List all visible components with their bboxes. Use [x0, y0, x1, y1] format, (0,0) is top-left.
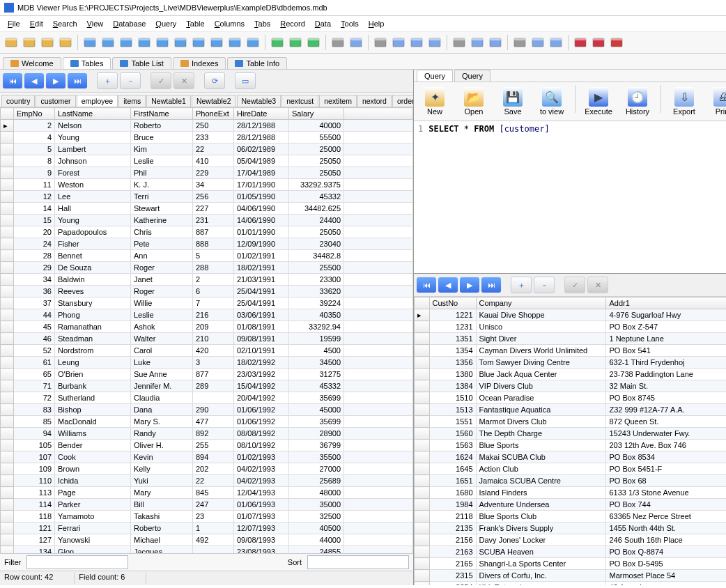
table-row[interactable]: 1563Blue Sports203 12th Ave. Box 746 — [415, 440, 727, 451]
filter-input[interactable] — [26, 555, 128, 569]
table-row[interactable]: 134GlonJacques23/08/199324855 — [1, 546, 413, 554]
table-row[interactable]: 2156Davy Jones' Locker246 South 16th Pla… — [415, 534, 727, 546]
table-row[interactable]: 5LambertKim2206/02/198925000 — [1, 144, 413, 155]
table-row[interactable]: 1354Cayman Divers World UnlimitedPO Box … — [415, 345, 727, 357]
query-new-button[interactable]: ✦New — [417, 85, 453, 118]
col-hiredate[interactable]: HireDate — [234, 108, 289, 120]
col-salary[interactable]: Salary — [289, 108, 344, 120]
add-record-button[interactable]: ＋ — [97, 72, 118, 89]
sql-editor[interactable]: 1SELECT * FROM [customer] — [414, 121, 726, 274]
tab-tables[interactable]: Tables — [63, 57, 111, 69]
toolbar-button-21[interactable] — [408, 34, 425, 51]
menu-tabs[interactable]: Tabs — [249, 18, 275, 29]
menu-view[interactable]: View — [82, 18, 109, 29]
menu-database[interactable]: Database — [108, 18, 150, 29]
table-row[interactable]: 1624Makai SCUBA ClubPO Box 8534 — [415, 451, 727, 463]
query-execute-button[interactable]: ▶Execute — [580, 85, 617, 118]
table-row[interactable]: 118YamamotoTakashi2301/07/199332500 — [1, 511, 413, 523]
toolbar-button-5[interactable] — [100, 34, 116, 51]
table-row[interactable]: 1384VIP Divers Club32 Main St. — [415, 380, 727, 392]
table-tab-country[interactable]: country — [1, 95, 35, 107]
table-row[interactable]: 83BishopDana29001/06/199245000 — [1, 404, 413, 416]
table-row[interactable]: 14HallStewart22704/06/199034482.625 — [1, 203, 413, 215]
table-row[interactable]: 2354Kirk Enterprises42 Aqua Lane — [415, 582, 727, 586]
toolbar-button-31[interactable] — [608, 34, 625, 51]
query-print-button[interactable]: 🖨Print — [705, 85, 726, 118]
table-row[interactable]: 105BenderOliver H.25508/10/199236799 — [1, 440, 413, 451]
menu-file[interactable]: File — [3, 18, 25, 29]
query-save-button[interactable]: 💾Save — [495, 85, 531, 118]
menu-help[interactable]: Help — [364, 18, 389, 29]
table-row[interactable]: ▸1221Kauai Dive Shoppe4-976 Sugarloaf Hw… — [415, 309, 727, 321]
table-row[interactable]: 110IchidaYuki2204/02/199325689 — [1, 475, 413, 487]
refresh-button[interactable]: ⟳ — [204, 72, 225, 89]
toolbar-button-6[interactable] — [118, 34, 134, 51]
menu-tools[interactable]: Tools — [336, 18, 364, 29]
table-tab-newtable2[interactable]: Newtable2 — [192, 95, 236, 107]
toolbar-button-19[interactable] — [372, 34, 389, 51]
menu-table[interactable]: Table — [181, 18, 209, 29]
table-row[interactable]: 52NordstromCarol42002/10/19914500 — [1, 345, 413, 357]
table-row[interactable]: 20PapadopoulosChris88701/01/199025050 — [1, 226, 413, 238]
menu-data[interactable]: Data — [310, 18, 336, 29]
table-row[interactable]: 94WilliamsRandy89208/08/199228900 — [1, 428, 413, 440]
table-row[interactable]: 4YoungBruce23328/12/198855500 — [1, 132, 413, 144]
q-next-record-button[interactable]: ▶ — [460, 277, 479, 293]
table-row[interactable]: 1351Sight Diver1 Neptune Lane — [415, 333, 727, 345]
query-history-button[interactable]: 🕘History — [619, 85, 656, 118]
query-tab-0[interactable]: Query — [417, 70, 453, 82]
menu-columns[interactable]: Columns — [210, 18, 249, 29]
toolbar-button-30[interactable] — [590, 34, 607, 51]
toolbar-button-23[interactable] — [451, 34, 468, 51]
menu-record[interactable]: Record — [275, 18, 309, 29]
toolbar-button-11[interactable] — [208, 34, 225, 51]
table-tab-newtable3[interactable]: Newtable3 — [237, 95, 281, 107]
query-open-button[interactable]: 📂Open — [456, 85, 492, 118]
toolbar-button-18[interactable] — [348, 34, 364, 51]
table-tab-items[interactable]: items — [118, 95, 146, 107]
cancel-edit-button[interactable]: ✕ — [173, 72, 194, 89]
table-row[interactable]: 2165Shangri-La Sports CenterPO Box D-549… — [415, 558, 727, 570]
table-row[interactable]: 127YanowskiMichael49209/08/199344000 — [1, 534, 413, 546]
table-row[interactable]: 65O'BrienSue Anne87723/03/199231275 — [1, 369, 413, 380]
query-to-view-button[interactable]: 🔍to view — [534, 85, 570, 118]
table-row[interactable]: 2118Blue Sports Club63365 Nez Perce Stre… — [415, 511, 727, 523]
col-phoneext[interactable]: PhoneExt — [193, 108, 234, 120]
table-row[interactable]: 107CookKevin89401/02/199335500 — [1, 451, 413, 463]
q-last-record-button[interactable]: ⏭ — [481, 277, 501, 293]
col-addr1[interactable]: Addr1 — [606, 297, 726, 309]
toolbar-button-26[interactable] — [511, 34, 528, 51]
toolbar-button-25[interactable] — [487, 34, 504, 51]
table-row[interactable]: 1680Island Finders6133 1/3 Stone Avenue — [415, 487, 727, 499]
toolbar-button-9[interactable] — [172, 34, 189, 51]
table-tab-nextcust[interactable]: nextcust — [281, 95, 318, 107]
customer-grid[interactable]: CustNoCompanyAddr1Addr2▸1221Kauai Dive S… — [414, 297, 726, 585]
q-post-edit-button[interactable]: ✓ — [564, 277, 585, 293]
table-row[interactable]: ▸2NelsonRoberto25028/12/198840000 — [1, 120, 413, 132]
toolbar-button-27[interactable] — [530, 34, 546, 51]
toolbar-button-24[interactable] — [469, 34, 486, 51]
toolbar-button-29[interactable] — [572, 34, 589, 51]
employee-grid[interactable]: EmpNoLastNameFirstNamePhoneExtHireDateSa… — [0, 107, 413, 553]
col-company[interactable]: Company — [476, 297, 606, 309]
menu-query[interactable]: Query — [150, 18, 181, 29]
q-first-record-button[interactable]: ⏮ — [417, 277, 436, 293]
tab-table-info[interactable]: Table Info — [227, 57, 287, 69]
table-row[interactable]: 61LeungLuke318/02/199234500 — [1, 357, 413, 369]
table-tab-nextitem[interactable]: nextitem — [319, 95, 357, 107]
toolbar-button-17[interactable] — [330, 34, 346, 51]
toolbar-button-1[interactable] — [21, 34, 38, 51]
table-row[interactable]: 1231UniscoPO Box Z-547 — [415, 321, 727, 333]
table-row[interactable]: 1356Tom Sawyer Diving Centre632-1 Third … — [415, 357, 727, 369]
table-row[interactable]: 37StansburyWillie725/04/199139224 — [1, 297, 413, 309]
table-row[interactable]: 1645Action ClubPO Box 5451-F — [415, 463, 727, 475]
table-row[interactable]: 113PageMary84512/04/199348000 — [1, 487, 413, 499]
toolbar-button-15[interactable] — [287, 34, 304, 51]
table-tab-nextord[interactable]: nextord — [357, 95, 392, 107]
menu-edit[interactable]: Edit — [25, 18, 48, 29]
table-row[interactable]: 44PhongLeslie21603/06/199140350 — [1, 309, 413, 321]
table-row[interactable]: 1380Blue Jack Aqua Center23-738 Paddingt… — [415, 369, 727, 380]
col-custno[interactable]: CustNo — [429, 297, 476, 309]
table-row[interactable]: 2135Frank's Divers Supply1455 North 44th… — [415, 523, 727, 534]
tab-welcome[interactable]: Welcome — [3, 57, 61, 69]
